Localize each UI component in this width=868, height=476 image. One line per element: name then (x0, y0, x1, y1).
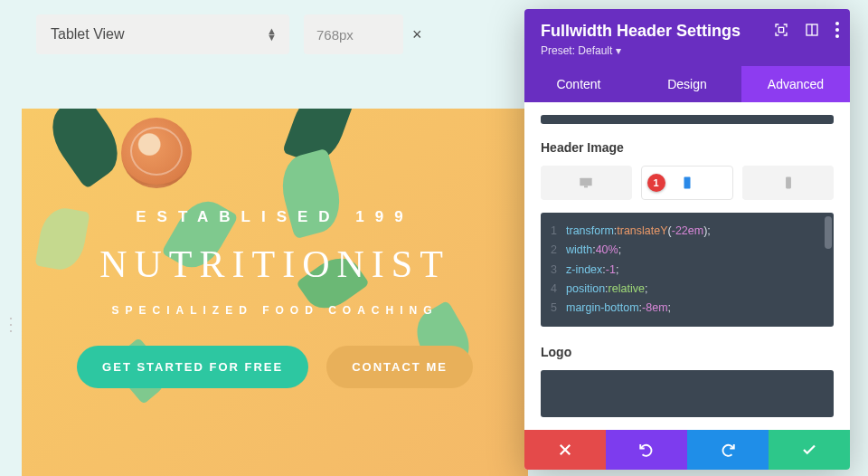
tab-design[interactable]: Design (633, 66, 741, 102)
undo-button[interactable] (606, 430, 687, 470)
redo-button[interactable] (687, 430, 769, 470)
x-icon (557, 442, 573, 458)
established-text: ESTABLISED 199 (136, 208, 414, 226)
svg-rect-6 (786, 177, 791, 189)
desktop-icon (579, 176, 593, 189)
redo-icon (720, 442, 736, 458)
width-input[interactable] (304, 14, 403, 54)
view-select[interactable]: Tablet View ▲▼ (36, 14, 289, 54)
tab-content[interactable]: Content (524, 66, 633, 102)
section-header-image: Header Image (541, 140, 834, 155)
chevron-down-icon: ▾ (616, 44, 621, 57)
view-select-label: Tablet View (51, 26, 125, 43)
svg-rect-3 (580, 178, 592, 186)
phone-icon (781, 176, 796, 189)
scrollbar[interactable] (825, 216, 832, 323)
svg-rect-4 (584, 186, 588, 187)
device-tablet[interactable]: 1 (641, 166, 734, 200)
check-icon (801, 442, 817, 458)
close-icon[interactable]: × (412, 25, 422, 44)
columns-icon[interactable] (805, 23, 819, 37)
undo-icon (638, 442, 655, 458)
tab-advanced[interactable]: Advanced (741, 66, 850, 102)
device-desktop[interactable] (541, 166, 632, 200)
get-started-button[interactable]: GET STARTED FOR FREE (77, 346, 308, 388)
focus-icon[interactable] (774, 23, 788, 37)
contact-button[interactable]: CONTACT ME (326, 346, 473, 388)
more-icon[interactable] (835, 22, 839, 38)
preview-canvas: ESTABLISED 199 NUTRITIONIST SPECIALIZED … (22, 109, 528, 476)
hero-subtitle: SPECIALIZED FOOD COACHING (111, 304, 438, 317)
svg-rect-0 (778, 27, 783, 32)
section-logo: Logo (541, 345, 834, 359)
svg-rect-5 (684, 177, 691, 189)
tablet-icon (680, 176, 694, 189)
device-phone[interactable] (742, 166, 834, 200)
css-editor[interactable]: 1transform:translateY(-22em);2width:40%;… (541, 213, 834, 327)
chevron-updown-icon: ▲▼ (267, 28, 277, 41)
confirm-button[interactable] (769, 430, 850, 470)
panel-preset[interactable]: Preset: Default ▾ (541, 44, 834, 57)
hero-title: NUTRITIONIST (99, 243, 450, 286)
logo-code-block[interactable] (541, 370, 834, 417)
badge: 1 (647, 174, 665, 192)
settings-panel: Fullwidth Header Settings Preset: Defaul… (524, 9, 850, 470)
collapsed-code-block[interactable] (541, 115, 834, 124)
cancel-button[interactable] (524, 430, 606, 470)
